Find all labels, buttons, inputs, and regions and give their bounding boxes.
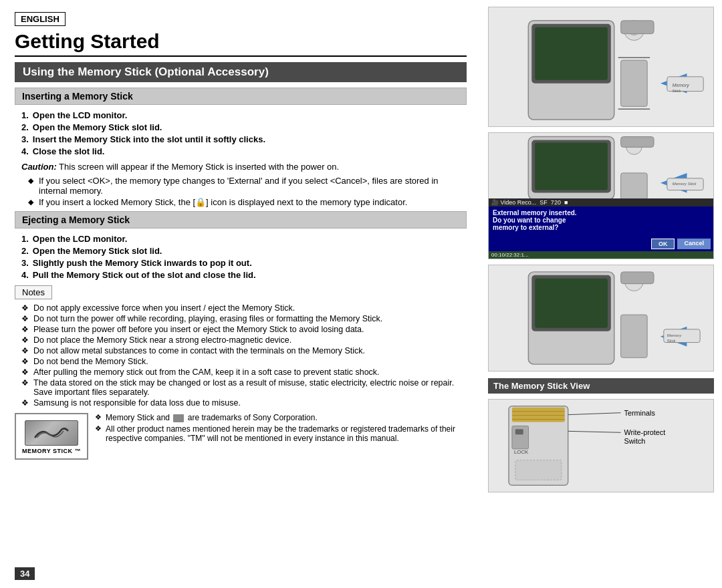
caution-text: This screen will appear if the Memory St…: [59, 162, 339, 172]
svg-text:Write-protect: Write-protect: [624, 428, 666, 436]
svg-text:Stick: Stick: [667, 339, 676, 343]
note-2: Do not turn the power off while recordin…: [21, 314, 467, 323]
svg-rect-18: [621, 173, 648, 200]
eject-subsection-header: Ejecting a Memory Stick: [15, 211, 467, 229]
svg-text:Memory: Memory: [667, 333, 682, 337]
insert-step-1: 1.Open the LCD monitor.: [21, 110, 467, 120]
eject-step-2: 2.Open the Memory Stick slot lid.: [21, 246, 467, 256]
lcd-top-bar-text: 🎥 Video Reco... SF 720 ■: [491, 199, 568, 206]
note-6: Do not bend the Memory Stick.: [21, 357, 467, 366]
lcd-dialog-overlay: 🎥 Video Reco... SF 720 ■ External memory…: [489, 198, 713, 259]
memory-stick-view-diagram: LOCK Terminals Write-protect Switch: [488, 399, 714, 492]
insert-subsection-header: Inserting a Memory Stick: [15, 88, 467, 105]
svg-text:Memory Stick: Memory Stick: [673, 182, 697, 186]
lcd-dialog-image: Memory Stick 🎥 Video Reco... SF 720 ■ Ex…: [488, 132, 714, 259]
svg-rect-17: [621, 137, 654, 148]
svg-rect-26: [621, 272, 654, 284]
note-3: Please turn the power off before you ins…: [21, 325, 467, 334]
eject-step-4: 4.Pull the Memory Stick out of the slot …: [21, 270, 467, 280]
svg-text:Stick: Stick: [673, 89, 681, 93]
english-badge: ENGLISH: [15, 12, 66, 26]
page-title: Getting Started: [15, 30, 467, 57]
caution-bullet-1: If you select <OK>, the memory type chan…: [28, 176, 467, 196]
trademark-bullet-2: All other product names mentioned herein…: [95, 424, 467, 443]
section-header: Using the Memory Stick (Optional Accesso…: [15, 62, 467, 82]
insert-step-3: 3.Insert the Memory Stick into the slot …: [21, 134, 467, 144]
caution-bullet-2: If you insert a locked Memory Stick, the…: [28, 197, 467, 207]
svg-rect-24: [535, 279, 608, 328]
memory-stick-logo: MEMORY STICK ™: [15, 413, 88, 460]
trademark-text: Memory Stick and are trademarks of Sony …: [95, 413, 467, 445]
memory-stick-view-label: The Memory Stick View: [488, 378, 714, 394]
camera-eject-image: Memory Stick: [488, 265, 714, 372]
insert-step-2: 2.Open the Memory Stick slot lid.: [21, 122, 467, 132]
svg-text:Switch: Switch: [624, 437, 646, 445]
note-9: Samsung is not responsible for data loss…: [21, 398, 467, 408]
eject-step-3: 3.Slightly push the Memory Stick inwards…: [21, 258, 467, 268]
lcd-bottom-bar: 00:10/22:32:1...: [489, 251, 713, 259]
page: ENGLISH Getting Started Using the Memory…: [0, 0, 722, 588]
note-4: Do not place the Memory Stick near a str…: [21, 335, 467, 345]
svg-rect-6: [621, 60, 648, 106]
svg-rect-5: [621, 21, 654, 34]
insert-steps-list: 1.Open the LCD monitor. 2.Open the Memor…: [21, 110, 467, 156]
svg-text:Terminals: Terminals: [624, 409, 656, 417]
note-7: After pulling the memory stick out from …: [21, 368, 467, 377]
eject-steps-list: 1.Open the LCD monitor. 2.Open the Memor…: [21, 234, 467, 280]
memory-stick-logo-text: MEMORY STICK ™: [22, 448, 81, 454]
svg-rect-2: [535, 27, 608, 80]
caution-bullets: If you select <OK>, the memory type chan…: [28, 176, 467, 207]
right-column: Memory Stick Memory Stick: [481, 0, 722, 588]
svg-rect-27: [621, 315, 648, 357]
left-column: ENGLISH Getting Started Using the Memory…: [0, 0, 481, 588]
note-8: The data stored on the stick may be chan…: [21, 378, 467, 397]
svg-line-43: [568, 431, 621, 432]
svg-rect-15: [535, 142, 608, 190]
page-number: 34: [15, 567, 35, 580]
svg-rect-33: [512, 408, 565, 422]
caution-block: Caution: This screen will appear if the …: [21, 162, 467, 172]
svg-rect-40: [515, 460, 562, 480]
trademark-section: MEMORY STICK ™ Memory Stick and are trad…: [15, 413, 467, 460]
lcd-dialog-message: External memory inserted. Do you want to…: [489, 206, 713, 237]
lcd-top-bar: 🎥 Video Reco... SF 720 ■: [489, 198, 713, 206]
svg-rect-38: [515, 429, 523, 434]
trademark-bullet-1: Memory Stick and are trademarks of Sony …: [95, 413, 467, 422]
eject-step-1: 1.Open the LCD monitor.: [21, 234, 467, 244]
note-5: Do not allow metal substances to come in…: [21, 346, 467, 355]
lcd-cancel-button[interactable]: Cancel: [677, 239, 711, 249]
lcd-dialog-buttons: OK Cancel: [489, 237, 713, 251]
svg-text:Memory: Memory: [673, 83, 689, 88]
notes-box: Notes: [15, 285, 52, 299]
lcd-ok-button[interactable]: OK: [651, 239, 675, 249]
svg-line-41: [568, 413, 621, 415]
logo-graphic: [25, 420, 78, 446]
svg-text:LOCK: LOCK: [514, 449, 529, 455]
notes-bullets-list: Do not apply excessive force when you in…: [21, 303, 467, 408]
camera-insert-image: Memory Stick: [488, 7, 714, 127]
note-1: Do not apply excessive force when you in…: [21, 303, 467, 313]
insert-step-4: 4.Close the slot lid.: [21, 146, 467, 156]
